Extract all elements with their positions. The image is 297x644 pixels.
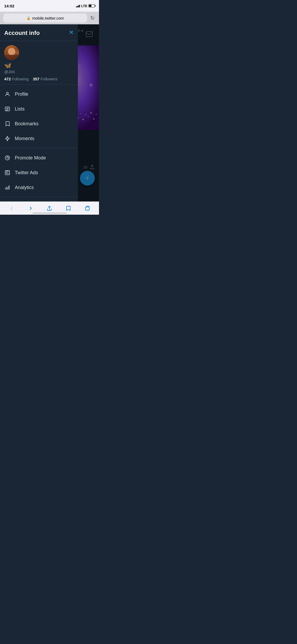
drawer-header: Account info ✕ xyxy=(0,24,78,41)
promote-icon xyxy=(4,155,11,161)
promote-mode-label: Promote Mode xyxy=(15,155,46,161)
home-indicator xyxy=(32,213,67,214)
menu-divider-1 xyxy=(0,148,78,148)
main-area: i... · 5h ▾ xyxy=(0,24,99,201)
username: @JIIX xyxy=(4,70,74,74)
close-button[interactable]: ✕ xyxy=(69,30,74,35)
browser-bar: 🔒 mobile.twitter.com ↻ xyxy=(0,12,99,24)
primary-menu: Profile Lists xyxy=(0,85,78,201)
following-stat[interactable]: 472 Following xyxy=(4,77,29,81)
following-count: 472 xyxy=(4,77,11,81)
menu-item-lists[interactable]: Lists xyxy=(0,102,78,116)
menu-divider-2 xyxy=(0,197,78,197)
user-section: 🦋 @JIIX 472 Following 357 Followers xyxy=(0,41,78,85)
menu-item-profile[interactable]: Profile xyxy=(0,87,78,102)
back-button[interactable] xyxy=(6,203,17,214)
drawer-title: Account info xyxy=(4,30,40,36)
account-info-drawer: Account info ✕ 🦋 @JIIX 472 Following 357… xyxy=(0,24,78,201)
followers-label: Followers xyxy=(40,77,57,81)
menu-item-settings[interactable]: Settings and privacy xyxy=(0,199,78,201)
lists-label: Lists xyxy=(15,106,25,112)
lists-icon xyxy=(4,106,11,112)
menu-item-analytics[interactable]: Analytics xyxy=(0,180,78,195)
bolt-icon xyxy=(4,135,11,142)
bookmarks-bar-button[interactable] xyxy=(63,203,74,214)
tabs-button[interactable] xyxy=(82,203,93,214)
status-bar: 14:02 LTE xyxy=(0,0,99,12)
menu-item-promote-mode[interactable]: Promote Mode xyxy=(0,150,78,165)
followers-count: 357 xyxy=(33,77,39,81)
svg-line-29 xyxy=(8,158,9,158)
stats-row: 472 Following 357 Followers xyxy=(4,77,74,81)
lock-icon: 🔒 xyxy=(26,16,31,20)
svg-point-22 xyxy=(6,92,8,94)
analytics-icon xyxy=(4,184,11,191)
analytics-label: Analytics xyxy=(15,185,34,190)
share-button[interactable] xyxy=(44,203,55,214)
menu-item-twitter-ads[interactable]: Twitter Ads xyxy=(0,165,78,180)
svg-rect-31 xyxy=(86,207,89,210)
url-text: mobile.twitter.com xyxy=(32,16,64,20)
profile-label: Profile xyxy=(15,91,28,97)
following-label: Following xyxy=(12,77,29,81)
lte-label: LTE xyxy=(81,4,87,8)
butterfly-icon: 🦋 xyxy=(4,63,74,68)
svg-point-27 xyxy=(5,156,10,160)
refresh-button[interactable]: ↻ xyxy=(89,14,96,22)
avatar-image xyxy=(4,45,19,60)
profile-icon xyxy=(4,91,11,97)
status-time: 14:02 xyxy=(4,4,14,8)
battery-icon xyxy=(88,4,95,7)
ads-icon xyxy=(4,169,11,176)
followers-stat[interactable]: 357 Followers xyxy=(33,77,57,81)
bookmark-icon xyxy=(4,121,11,127)
twitter-ads-label: Twitter Ads xyxy=(15,170,38,176)
forward-button[interactable] xyxy=(25,203,36,214)
avatar xyxy=(4,45,19,60)
drawer-overlay xyxy=(78,24,99,201)
url-bar[interactable]: 🔒 mobile.twitter.com xyxy=(3,13,87,22)
bookmarks-label: Bookmarks xyxy=(15,121,39,127)
status-icons: LTE xyxy=(76,4,95,8)
moments-label: Moments xyxy=(15,136,34,141)
menu-item-moments[interactable]: Moments xyxy=(0,131,78,146)
menu-item-bookmarks[interactable]: Bookmarks xyxy=(0,116,78,131)
signal-bars-icon xyxy=(76,4,80,7)
